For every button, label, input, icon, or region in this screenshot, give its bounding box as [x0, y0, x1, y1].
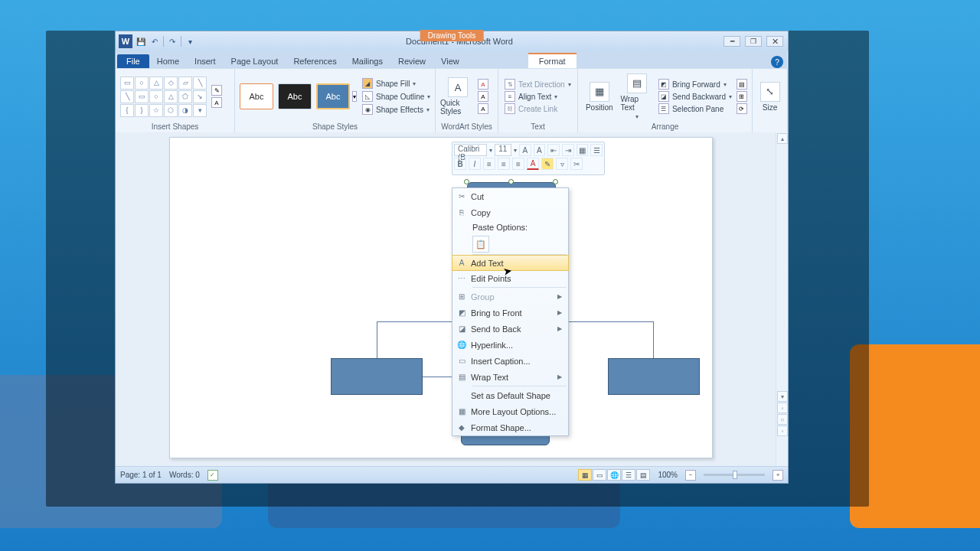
shape-outline-menu[interactable]: ◺Shape Outline▾ — [362, 91, 430, 102]
ctx-paste-option[interactable]: 📋 — [472, 236, 489, 253]
gallery-more-icon[interactable]: ▾ — [352, 91, 357, 102]
page-canvas[interactable] — [169, 137, 713, 458]
ctx-cut[interactable]: ✂Cut — [452, 188, 568, 204]
ctx-insert-caption[interactable]: ▭Insert Caption... — [452, 353, 568, 369]
selection-pane-button[interactable]: ☰Selection Pane — [658, 103, 732, 114]
selection-handle[interactable] — [553, 179, 558, 184]
mini-font-name[interactable]: Calibri (B — [454, 144, 487, 156]
tab-page-layout[interactable]: Page Layout — [224, 54, 286, 68]
ctx-set-default[interactable]: Set as Default Shape — [452, 387, 568, 403]
format-painter-icon[interactable]: ✂ — [570, 158, 583, 170]
edit-points-icon: ⋯ — [452, 274, 471, 282]
grow-font-icon[interactable]: A — [519, 144, 531, 156]
quick-styles-button[interactable]: AQuick Styles — [440, 77, 475, 116]
ctx-send-to-back[interactable]: ◪Send to Back▶ — [452, 321, 568, 337]
view-mode-buttons: ▦ ▭ 🌐 ☰ ▤ — [578, 469, 650, 481]
tab-file[interactable]: File — [117, 54, 149, 68]
quick-style-icon[interactable]: ▿ — [556, 158, 568, 170]
create-link-button[interactable]: ⛓Create Link — [505, 103, 571, 114]
vertical-scrollbar[interactable]: ▴ ▾ ◦ ○ ◦ — [776, 132, 788, 466]
ctx-hyperlink[interactable]: 🌐Hyperlink... — [452, 337, 568, 353]
flowchart-process-shape[interactable] — [608, 358, 700, 395]
close-button[interactable]: ✕ — [766, 36, 783, 47]
ctx-wrap-text[interactable]: ▤Wrap Text▶ — [452, 369, 568, 385]
align-center-icon[interactable]: ≡ — [498, 158, 510, 170]
restore-button[interactable]: ❐ — [745, 36, 762, 47]
font-color-icon[interactable]: A — [527, 158, 539, 170]
mini-font-size[interactable]: 11 — [495, 144, 511, 156]
ctx-format-shape[interactable]: ◆Format Shape... — [452, 419, 568, 435]
shrink-font-icon[interactable]: A — [534, 144, 546, 156]
shape-fill-menu[interactable]: ◢Shape Fill▾ — [362, 78, 430, 89]
minimize-button[interactable]: ━ — [724, 36, 740, 47]
outline-view-icon[interactable]: ☰ — [622, 469, 635, 481]
align-text-menu[interactable]: ≡Align Text▾ — [505, 91, 571, 102]
rotate-icon[interactable]: ⟳ — [737, 103, 747, 114]
tab-references[interactable]: References — [286, 54, 344, 68]
align-icon[interactable]: ▤ — [737, 79, 747, 90]
shape-style-gallery[interactable]: Abc Abc Abc — [240, 83, 350, 109]
flowchart-process-shape[interactable] — [331, 358, 423, 395]
scroll-up-icon[interactable]: ▴ — [777, 133, 788, 144]
bullets-icon[interactable]: ☰ — [590, 144, 603, 156]
position-button[interactable]: ▦Position — [583, 82, 616, 112]
next-page-icon[interactable]: ◦ — [777, 425, 788, 436]
help-icon[interactable]: ? — [771, 56, 783, 68]
tab-review[interactable]: Review — [390, 54, 433, 68]
bring-forward-menu[interactable]: ◩Bring Forward▾ — [658, 79, 732, 90]
hyperlink-icon: 🌐 — [452, 341, 471, 349]
bold-icon[interactable]: B — [454, 158, 466, 170]
undo-icon[interactable]: ↶ — [149, 36, 160, 47]
ribbon-tabs: File Home Insert Page Layout References … — [116, 51, 788, 68]
ctx-edit-points[interactable]: ⋯Edit Points — [452, 270, 568, 286]
text-effects-icon[interactable]: A — [478, 103, 488, 114]
print-layout-view-icon[interactable]: ▦ — [578, 469, 592, 481]
prev-page-icon[interactable]: ◦ — [777, 403, 788, 413]
ctx-add-text[interactable]: AAdd Text — [452, 255, 569, 271]
shapes-gallery[interactable]: ▭○△◇▱╲ ╲▭○△⬠↘ {}☆⬡◑▾ — [120, 77, 207, 117]
highlight-icon[interactable]: ✎ — [541, 158, 554, 170]
tab-home[interactable]: Home — [149, 54, 187, 68]
save-icon[interactable]: 💾 — [136, 36, 146, 47]
wrap-text-button[interactable]: ▤Wrap Text▾ — [620, 73, 653, 120]
ctx-bring-to-front[interactable]: ◩Bring to Front▶ — [452, 305, 568, 321]
zoom-in-icon[interactable]: + — [773, 470, 783, 481]
zoom-out-icon[interactable]: − — [685, 470, 696, 481]
spellcheck-icon[interactable]: ✓ — [207, 470, 218, 481]
increase-indent-icon[interactable]: ⇥ — [562, 144, 574, 156]
status-page[interactable]: Page: 1 of 1 — [120, 471, 162, 479]
qat-dropdown-icon[interactable]: ▾ — [185, 36, 195, 47]
group-icon[interactable]: ⊞ — [737, 91, 747, 102]
text-outline-icon[interactable]: A — [478, 91, 488, 102]
size-button[interactable]: ⤡Size — [757, 82, 782, 112]
status-words[interactable]: Words: 0 — [169, 471, 200, 479]
text-fill-icon[interactable]: A — [478, 79, 488, 90]
redo-icon[interactable]: ↷ — [167, 36, 178, 47]
text-box-icon[interactable]: A — [211, 97, 222, 108]
edit-shape-icon[interactable]: ✎ — [211, 85, 222, 96]
send-backward-menu[interactable]: ◪Send Backward▾ — [658, 91, 732, 102]
web-layout-view-icon[interactable]: 🌐 — [607, 469, 621, 481]
tab-format[interactable]: Format — [528, 53, 577, 68]
tab-insert[interactable]: Insert — [187, 54, 224, 68]
group-label-arrange: Arrange — [583, 122, 747, 132]
scroll-down-icon[interactable]: ▾ — [777, 391, 788, 402]
zoom-level-label[interactable]: 100% — [658, 471, 678, 479]
tab-view[interactable]: View — [433, 54, 467, 68]
browse-object-icon[interactable]: ○ — [777, 414, 788, 425]
shape-effects-menu[interactable]: ◉Shape Effects▾ — [362, 104, 430, 115]
decrease-indent-icon[interactable]: ⇤ — [547, 144, 560, 156]
text-direction-menu[interactable]: ⇅Text Direction▾ — [505, 79, 571, 90]
align-right-icon[interactable]: ≡ — [512, 158, 524, 170]
draft-view-icon[interactable]: ▤ — [636, 469, 650, 481]
ctx-more-layout[interactable]: ▦More Layout Options... — [452, 403, 568, 419]
full-screen-view-icon[interactable]: ▭ — [593, 469, 606, 481]
selection-handle[interactable] — [464, 179, 469, 184]
styles-icon[interactable]: ▦ — [577, 144, 589, 156]
zoom-slider[interactable] — [704, 474, 765, 476]
ctx-copy[interactable]: ⎘Copy — [452, 204, 568, 220]
align-left-icon[interactable]: ≡ — [483, 158, 495, 170]
tab-mailings[interactable]: Mailings — [345, 54, 390, 68]
italic-icon[interactable]: I — [469, 158, 481, 170]
selection-handle[interactable] — [508, 179, 514, 184]
